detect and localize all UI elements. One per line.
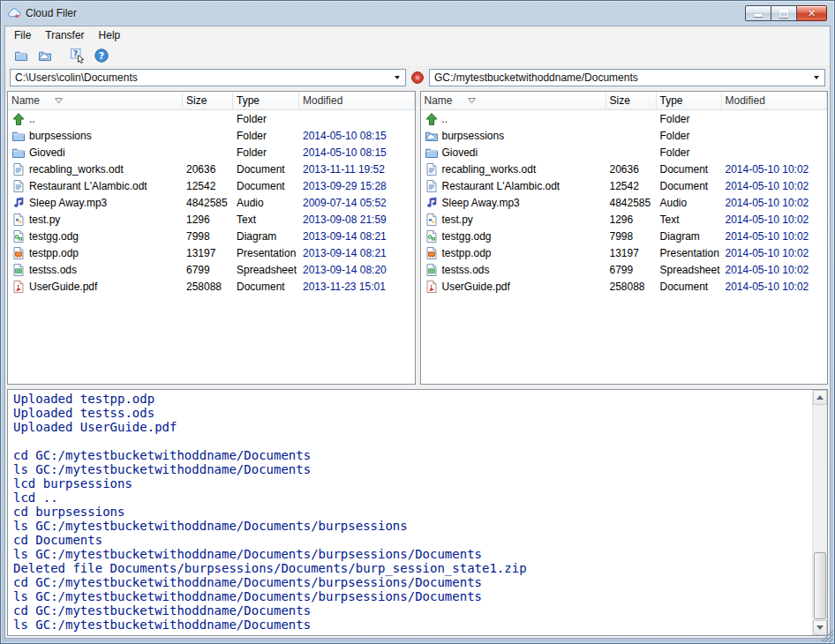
maximize-button[interactable] xyxy=(771,5,797,21)
column-label: Type xyxy=(660,94,683,107)
column-header-type[interactable]: Type xyxy=(657,92,722,109)
log-scrollbar[interactable] xyxy=(812,390,827,635)
file-row[interactable]: UserGuide.pdf258088Document2013-11-23 15… xyxy=(8,278,415,295)
remote-path-combobox[interactable]: GC:/mytestbucketwithoddname/Documents xyxy=(429,69,825,86)
file-panels: Name Size Type Modified ..Folderburpsess… xyxy=(5,88,830,386)
odt-icon xyxy=(11,162,26,176)
log-line: ls GC:/mytestbucketwithoddname/Documents xyxy=(13,462,809,476)
file-type: Audio xyxy=(657,197,722,209)
file-row[interactable]: ..Folder xyxy=(8,110,415,127)
file-row[interactable]: burpsessionsFolder2014-05-10 08:15 xyxy=(8,127,415,144)
menu-help[interactable]: Help xyxy=(92,26,128,44)
folder-icon xyxy=(11,129,26,143)
column-header-row: Name Size Type Modified xyxy=(421,92,828,110)
file-row[interactable]: Sleep Away.mp34842585Audio2014-05-10 10:… xyxy=(421,194,828,211)
file-size: 6799 xyxy=(606,264,657,276)
file-size: 1296 xyxy=(183,213,233,226)
up-icon xyxy=(425,112,439,126)
file-type: Document xyxy=(233,180,299,192)
file-type: Folder xyxy=(233,146,299,159)
menu-transfer[interactable]: Transfer xyxy=(38,26,91,44)
file-size: 20636 xyxy=(183,163,233,176)
file-type: Presentation xyxy=(657,247,722,259)
file-name-cell: testgg.odg xyxy=(421,229,606,243)
file-row[interactable]: test.py1296Text2014-05-10 10:02 xyxy=(421,211,828,228)
file-name-cell: .. xyxy=(421,112,606,126)
file-name: testpp.odp xyxy=(442,247,492,259)
file-row[interactable]: Restaurant L'Alambic.odt12542Document201… xyxy=(421,177,828,194)
file-modified: 2013-09-14 08:20 xyxy=(299,264,415,276)
menu-file[interactable]: File xyxy=(7,26,38,44)
file-name-cell: burpsessions xyxy=(421,129,606,143)
file-name-cell: testss.ods xyxy=(8,263,183,277)
column-header-name[interactable]: Name xyxy=(421,92,606,109)
dropdown-arrow-icon[interactable] xyxy=(390,71,404,85)
file-name-cell: .. xyxy=(8,112,183,126)
log-line: cd GC:/mytestbucketwithoddname/Documents… xyxy=(13,575,809,589)
context-help-button[interactable]: ? xyxy=(66,45,88,65)
file-row[interactable]: testpp.odp13197Presentation2013-09-14 08… xyxy=(8,244,415,261)
toolbar: ?? xyxy=(5,44,830,67)
file-modified: 2013-11-23 15:01 xyxy=(299,281,415,293)
column-header-name[interactable]: Name xyxy=(8,92,183,109)
file-name-cell: UserGuide.pdf xyxy=(421,280,606,294)
file-modified: 2014-05-10 08:15 xyxy=(299,146,415,159)
file-row[interactable]: ..Folder xyxy=(421,110,828,127)
pdf-icon xyxy=(425,280,439,294)
odt-icon xyxy=(425,162,439,176)
file-type: Audio xyxy=(233,197,299,209)
title-bar[interactable]: Cloud Filer ✕ xyxy=(1,1,834,25)
file-type: Document xyxy=(233,281,299,293)
file-row[interactable]: Restaurant L'Alambic.odt12542Document201… xyxy=(8,177,415,194)
file-type: Folder xyxy=(657,146,722,159)
column-header-modified[interactable]: Modified xyxy=(722,92,828,109)
cloud-folder-button[interactable] xyxy=(34,45,56,65)
file-type: Document xyxy=(657,180,722,192)
column-header-size[interactable]: Size xyxy=(606,92,657,109)
file-type: Document xyxy=(233,163,299,176)
file-modified: 2014-05-10 08:15 xyxy=(299,130,415,142)
file-type: Text xyxy=(657,213,722,226)
column-label: Size xyxy=(610,94,630,107)
close-button[interactable]: ✕ xyxy=(797,5,827,21)
ods-icon xyxy=(11,263,26,277)
window-controls: ✕ xyxy=(745,5,827,21)
remote-path-value: GC:/mytestbucketwithoddname/Documents xyxy=(434,71,638,84)
column-header-row: Name Size Type Modified xyxy=(8,92,415,110)
resize-grip[interactable] xyxy=(822,631,833,642)
file-row[interactable]: GiovediFolder xyxy=(421,144,828,161)
app-window: Cloud Filer ✕ FileTransferHelp ?? C:\Use… xyxy=(0,0,835,644)
file-row[interactable]: recabling_works.odt20636Document2013-11-… xyxy=(8,161,415,177)
file-row[interactable]: GiovediFolder2014-05-10 08:15 xyxy=(8,144,415,161)
column-label: Size xyxy=(186,94,207,107)
file-name: Giovedi xyxy=(442,146,478,159)
log-line: ls GC:/mytestbucketwithoddname/Documents… xyxy=(13,519,809,533)
file-row[interactable]: testgg.odg7998Diagram2014-05-10 10:02 xyxy=(421,228,828,244)
file-row[interactable]: test.py1296Text2013-09-08 21:59 xyxy=(8,211,415,228)
minimize-button[interactable] xyxy=(745,5,771,21)
file-row[interactable]: recabling_works.odt20636Document2014-05-… xyxy=(421,161,828,177)
dropdown-arrow-icon[interactable] xyxy=(809,71,824,85)
file-row[interactable]: testgg.odg7998Diagram2013-09-14 08:21 xyxy=(8,228,415,244)
scrollbar-thumb[interactable] xyxy=(814,552,826,619)
column-header-modified[interactable]: Modified xyxy=(299,92,415,109)
file-type: Document xyxy=(657,163,722,176)
remote-file-list: ..FolderburpsessionsFolderGiovediFolderr… xyxy=(421,110,828,384)
file-row[interactable]: testss.ods6799Spreadsheet2013-09-14 08:2… xyxy=(8,261,415,278)
file-row[interactable]: UserGuide.pdf258088Document2014-05-10 10… xyxy=(421,278,828,295)
local-path-combobox[interactable]: C:\Users\colin\Documents xyxy=(10,69,406,86)
file-row[interactable]: Sleep Away.mp34842585Audio2009-07-14 05:… xyxy=(8,194,415,211)
file-row[interactable]: testss.ods6799Spreadsheet2014-05-10 10:0… xyxy=(421,261,828,278)
client-area: FileTransferHelp ?? C:\Users\colin\Docum… xyxy=(4,26,831,639)
column-header-size[interactable]: Size xyxy=(183,92,233,109)
local-file-list: ..FolderburpsessionsFolder2014-05-10 08:… xyxy=(8,110,415,384)
maximize-icon xyxy=(779,10,788,18)
column-header-type[interactable]: Type xyxy=(233,92,299,109)
scroll-up-button[interactable] xyxy=(813,390,827,405)
help-button[interactable]: ? xyxy=(90,45,112,65)
app-cloud-icon xyxy=(7,6,21,20)
file-row[interactable]: burpsessionsFolder xyxy=(421,127,828,144)
file-row[interactable]: testpp.odp13197Presentation2014-05-10 10… xyxy=(421,244,828,261)
local-folder-button[interactable] xyxy=(10,45,32,65)
file-name-cell: testpp.odp xyxy=(421,246,606,260)
